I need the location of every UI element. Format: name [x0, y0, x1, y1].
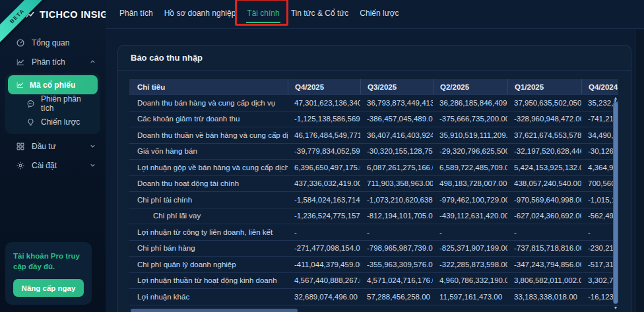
- table-row: Doanh thu bán hàng và cung cấp dịch vụ47…: [129, 94, 618, 111]
- row-value: 6,396,650,497,175.00: [288, 164, 360, 172]
- table-row: Doanh thu thuần về bán hàng và cung cấp …: [129, 127, 618, 143]
- row-value: -29,320,796,625,500.00: [433, 147, 507, 155]
- tab-h-s-doanh-nghi-p[interactable]: Hồ sơ doanh nghiệp: [164, 6, 237, 23]
- pro-card-text: Tài khoản Pro truy cập đầy đủ.: [13, 251, 84, 272]
- chevron-down-icon: [89, 162, 96, 169]
- sidebar-item-phien-phan-tich[interactable]: Phiên phân tích: [8, 94, 98, 113]
- row-value: -812,194,101,705.00: [360, 212, 433, 220]
- row-value: 498,183,728,007.00: [433, 179, 507, 187]
- column-header-period: Q3/2025: [360, 79, 433, 94]
- sidebar-item-dau-tu[interactable]: Đầu tư: [0, 137, 106, 156]
- row-value: -271,477,098,154.00: [288, 244, 360, 252]
- row-value: 3,806,582,011,002.00: [507, 276, 581, 284]
- pro-card: Tài khoản Pro truy cập đầy đủ. Nâng cấp …: [5, 242, 92, 305]
- row-label: Chi phí tài chính: [129, 196, 288, 204]
- line-chart-icon: [16, 80, 24, 89]
- table-row: Lợi nhuận gộp về bán hàng và cung cấp dị…: [129, 159, 618, 175]
- scroll-up-icon[interactable]: ▲: [613, 96, 618, 101]
- sidebar: BETA TICHCO INSIGHT Tổng quanPhân tíchMã…: [0, 0, 106, 312]
- table-row: Chi phí quản lý doanh nghiệp-411,044,379…: [129, 256, 618, 272]
- row-value: -1,125,138,586,569.00: [288, 115, 360, 123]
- row-value: 438,057,240,540.00: [507, 179, 581, 187]
- row-label: Doanh thu bán hàng và cung cấp dịch vụ: [129, 99, 288, 107]
- tab-label: Tin tức & Cổ tức: [291, 9, 349, 18]
- row-value: -347,243,794,856.00: [507, 261, 581, 268]
- main-area: Phân tíchHồ sơ doanh nghiệpTài chínhTin …: [106, 0, 644, 312]
- row-value: -979,462,100,729.00: [433, 196, 507, 204]
- row-value: -: [288, 228, 360, 236]
- grid-icon: [16, 142, 25, 151]
- tab-t-i-ch-nh[interactable]: Tài chính: [246, 6, 280, 23]
- tab-chi-n-l-c[interactable]: Chiến lược: [359, 6, 399, 23]
- table-row: Các khoản giảm trừ doanh thu-1,125,138,5…: [129, 111, 618, 127]
- row-value: -970,569,640,998.00: [507, 196, 581, 204]
- vertical-scrollbar[interactable]: ▲ ▼: [613, 96, 618, 311]
- row-value: -30,320,155,128,758.00: [360, 147, 433, 155]
- row-value: -375,666,735,200.00: [433, 115, 507, 123]
- table-row: Giá vốn hàng bán-39,779,834,052,596.00-3…: [129, 143, 618, 160]
- row-label: Doanh thu thuần về bán hàng và cung cấp …: [129, 131, 288, 139]
- table-header-row: Chỉ tiêuQ4/2025Q3/2025Q2/2025Q1/2025Q4/2…: [129, 79, 618, 94]
- upgrade-button[interactable]: Nâng cấp ngay: [13, 279, 84, 297]
- chevron-down-icon: [89, 142, 96, 150]
- row-label: Chi phí quản lý doanh nghiệp: [129, 261, 288, 268]
- tab-label: Chiến lược: [360, 9, 399, 18]
- gear-icon: [16, 161, 25, 170]
- row-value: -322,285,873,598.00: [433, 261, 507, 268]
- scroll-down-icon[interactable]: ▼: [613, 305, 618, 311]
- vertical-scrollbar-thumb[interactable]: [613, 102, 618, 304]
- content-area: Báo cáo thu nhập Chỉ tiêuQ4/2025Q3/2025Q…: [106, 29, 644, 312]
- table-row: Lợi nhuận thuần từ hoạt động kinh doanh4…: [129, 272, 618, 289]
- row-value: -627,024,360,692.00: [507, 212, 581, 220]
- table-row: Lợi nhuận khác32,689,074,496.0057,288,45…: [129, 288, 618, 305]
- financial-table: Chỉ tiêuQ4/2025Q3/2025Q2/2025Q1/2025Q4/2…: [129, 79, 618, 312]
- sidebar-item-cai-dat[interactable]: Cài đặt: [0, 156, 106, 175]
- row-label: Chi phí bán hàng: [129, 244, 288, 252]
- row-value: 35,910,519,111,209.00: [433, 131, 507, 139]
- row-label: Lợi nhuận gộp về bán hàng và cung cấp dị…: [129, 164, 288, 172]
- tab-label: Hồ sơ doanh nghiệp: [164, 9, 236, 18]
- tab-ph-n-t-ch[interactable]: Phân tích: [119, 6, 154, 23]
- column-header-period: Q2/2025: [433, 79, 507, 94]
- row-value: 57,288,456,258.00: [360, 293, 433, 301]
- column-header-period: Q4/2025: [288, 79, 360, 94]
- lightbulb-icon: [26, 118, 35, 127]
- sidebar-item-label: Phân tích: [32, 57, 65, 67]
- row-label: Doanh thu hoạt động tài chính: [129, 179, 288, 187]
- sidebar-item-tong-quan[interactable]: Tổng quan: [0, 33, 106, 52]
- column-header-period: Q4/2024: [581, 79, 618, 94]
- sidebar-nav: Tổng quanPhân tíchMã cổ phiếuPhiên phân …: [0, 28, 106, 175]
- submenu-phan-tich: Mã cổ phiếuPhiên phân tíchChiến lược: [5, 73, 100, 134]
- row-value: 36,286,185,846,409.00: [433, 99, 507, 107]
- sidebar-item-label: Phiên phân tích: [41, 94, 91, 113]
- sidebar-item-label: Đầu tư: [32, 142, 56, 151]
- chat-icon: [26, 100, 35, 108]
- column-header-label: Chỉ tiêu: [129, 79, 288, 94]
- row-value: -1,073,210,620,638.00: [360, 196, 433, 204]
- sidebar-item-label: Tổng quan: [32, 38, 69, 47]
- app-title: TICHCO INSIGHT: [40, 9, 106, 20]
- sidebar-item-label: Mã cổ phiếu: [30, 80, 75, 90]
- row-value: -386,457,045,489.00: [360, 115, 433, 123]
- tab-bar: Phân tíchHồ sơ doanh nghiệpTài chínhTin …: [106, 0, 644, 29]
- sidebar-item-phan-tich[interactable]: Phân tích: [0, 52, 106, 71]
- gauge-icon: [16, 38, 25, 47]
- horizontal-scrollbar-thumb[interactable]: [131, 309, 298, 312]
- row-value: 4,571,024,716,176.00: [360, 276, 433, 284]
- table-row: Chi phí lãi vay-1,236,524,775,157.00-812…: [129, 208, 618, 224]
- row-value: -39,779,834,052,596.00: [288, 147, 360, 155]
- row-value: -1,584,024,163,714.00: [288, 196, 360, 204]
- sidebar-item-ma-co-phieu[interactable]: Mã cổ phiếu: [8, 75, 98, 94]
- row-value: -798,965,987,739.00: [360, 244, 433, 252]
- row-label: Lợi nhuận từ công ty liên doanh, liên kế…: [129, 228, 288, 236]
- card-title: Báo cáo thu nhập: [118, 46, 631, 71]
- row-value: 37,950,635,502,050.00: [507, 99, 581, 107]
- row-value: 37,621,674,553,578.00: [507, 131, 581, 139]
- table-row: Chi phí bán hàng-271,477,098,154.00-798,…: [129, 240, 618, 257]
- income-statement-card: Báo cáo thu nhập Chỉ tiêuQ4/2025Q3/2025Q…: [117, 45, 631, 312]
- row-label: Lợi nhuận khác: [129, 293, 288, 301]
- tab-tin-t-c-c-t-c[interactable]: Tin tức & Cổ tức: [290, 6, 350, 23]
- row-value: -439,112,631,420.00: [433, 212, 507, 220]
- sidebar-item-chien-luoc[interactable]: Chiến lược: [8, 113, 98, 131]
- row-value: -32,197,520,628,446.00: [507, 147, 581, 155]
